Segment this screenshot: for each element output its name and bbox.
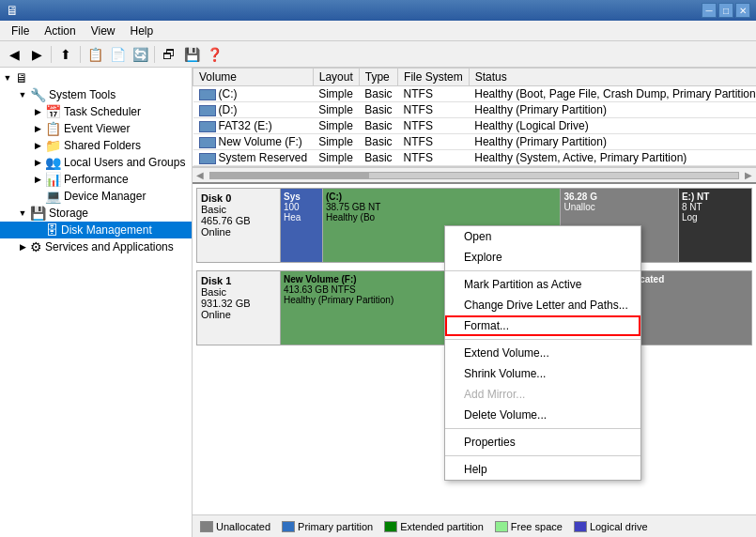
local-users-icon: 👥 bbox=[45, 155, 61, 170]
disk-management-label: Disk Management bbox=[61, 223, 152, 237]
cell-status: Healthy (Boot, Page File, Crash Dump, Pr… bbox=[469, 86, 756, 102]
sidebar-item-local-users[interactable]: ▶ 👥 Local Users and Groups bbox=[0, 154, 192, 171]
expand-storage[interactable]: ▼ bbox=[15, 208, 30, 218]
forward-button[interactable]: ▶ bbox=[26, 44, 47, 65]
sidebar[interactable]: ▼ 🖥 ▼ 🔧 System Tools ▶ 📅 Task Scheduler … bbox=[0, 68, 193, 537]
cell-layout: Simple bbox=[313, 134, 359, 150]
up-button[interactable]: ⬆ bbox=[55, 44, 76, 65]
legend-unallocated: Unallocated bbox=[200, 521, 270, 532]
partition-detail: Healthy (Bo bbox=[326, 212, 557, 222]
sidebar-item-device-manager[interactable]: 💻 Device Manager bbox=[0, 188, 192, 205]
services-icon: ⚙ bbox=[30, 239, 42, 254]
expand-root[interactable]: ▼ bbox=[0, 73, 15, 83]
shared-folders-icon: 📁 bbox=[45, 138, 61, 153]
table-row[interactable]: (C:) Simple Basic NTFS Healthy (Boot, Pa… bbox=[193, 86, 757, 102]
partition-3[interactable]: E:) NT 8 NT Log bbox=[679, 189, 751, 262]
main-container: ▼ 🖥 ▼ 🔧 System Tools ▶ 📅 Task Scheduler … bbox=[0, 68, 756, 537]
expand-local-users[interactable]: ▶ bbox=[30, 158, 45, 167]
table-row[interactable]: System Reserved Simple Basic NTFS Health… bbox=[193, 150, 757, 166]
cell-volume: FAT32 (E:) bbox=[193, 118, 314, 134]
expand-event-viewer[interactable]: ▶ bbox=[30, 124, 45, 133]
minimize-button[interactable]: ─ bbox=[702, 3, 717, 18]
legend-label-extended: Extended partition bbox=[400, 521, 484, 532]
sidebar-item-performance[interactable]: ▶ 📊 Performance bbox=[0, 171, 192, 188]
sidebar-item-services[interactable]: ▶ ⚙ Services and Applications bbox=[0, 238, 192, 255]
sidebar-item-shared-folders[interactable]: ▶ 📁 Shared Folders bbox=[0, 137, 192, 154]
sidebar-item-system-tools[interactable]: ▼ 🔧 System Tools bbox=[0, 86, 192, 103]
maximize-button[interactable]: □ bbox=[718, 3, 733, 18]
help-button[interactable]: ❓ bbox=[204, 44, 224, 65]
device-manager-icon: 💻 bbox=[45, 189, 61, 204]
new-window-button[interactable]: 🗗 bbox=[159, 44, 179, 65]
toolbar-separator-2 bbox=[80, 46, 81, 63]
sidebar-root-item[interactable]: ▼ 🖥 bbox=[0, 69, 192, 86]
partition-sublabel: 100 bbox=[284, 202, 319, 212]
cell-volume: (C:) bbox=[193, 86, 314, 102]
context-menu-item-properties[interactable]: Properties bbox=[445, 432, 640, 453]
legend-label-free: Free space bbox=[511, 521, 563, 532]
table-row[interactable]: (D:) Simple Basic NTFS Healthy (Primary … bbox=[193, 102, 757, 118]
disk-table-scroll[interactable]: Volume Layout Type File System Status C … bbox=[193, 68, 756, 167]
context-menu-item-explore[interactable]: Explore bbox=[445, 247, 640, 268]
sidebar-item-disk-management[interactable]: 🗄 Disk Management bbox=[0, 222, 192, 238]
back-button[interactable]: ◀ bbox=[4, 44, 24, 65]
col-type[interactable]: Type bbox=[359, 69, 397, 86]
partition-label: E:) NT bbox=[682, 192, 748, 202]
col-volume[interactable]: Volume bbox=[193, 69, 314, 86]
context-menu-separator bbox=[445, 428, 640, 429]
window-controls[interactable]: ─ □ ✕ bbox=[702, 3, 750, 18]
disk-name: Disk 1 bbox=[201, 275, 276, 286]
expand-task-scheduler[interactable]: ▶ bbox=[30, 107, 45, 116]
close-button[interactable]: ✕ bbox=[735, 3, 750, 18]
refresh-button[interactable]: 🔄 bbox=[130, 44, 150, 65]
expand-services[interactable]: ▶ bbox=[15, 242, 30, 252]
legend-label-primary: Primary partition bbox=[298, 521, 373, 532]
context-menu-separator bbox=[445, 339, 640, 340]
context-menu-item-delete-volume---[interactable]: Delete Volume... bbox=[445, 405, 640, 425]
partition-0[interactable]: Sys 100 Hea bbox=[281, 189, 323, 262]
sidebar-item-storage[interactable]: ▼ 💾 Storage bbox=[0, 205, 192, 222]
table-row[interactable]: New Volume (F:) Simple Basic NTFS Health… bbox=[193, 134, 757, 150]
legend-free: Free space bbox=[495, 521, 563, 532]
properties-button[interactable]: 📄 bbox=[107, 44, 128, 65]
legend-extended: Extended partition bbox=[384, 521, 484, 532]
context-menu-item-format---[interactable]: Format... bbox=[445, 315, 640, 336]
title-bar: 🖥 ─ □ ✕ bbox=[0, 0, 756, 21]
col-filesystem[interactable]: File System bbox=[398, 69, 470, 86]
toolbar-separator-1 bbox=[51, 46, 52, 63]
partition-label: (C:) bbox=[326, 192, 557, 202]
context-menu-item-mark-partition-as-active[interactable]: Mark Partition as Active bbox=[445, 274, 640, 295]
menu-action[interactable]: Action bbox=[37, 21, 83, 41]
context-menu-item-open[interactable]: Open bbox=[445, 226, 640, 247]
export-button[interactable]: 💾 bbox=[181, 44, 202, 65]
expand-performance[interactable]: ▶ bbox=[30, 175, 45, 184]
context-menu-item-change-drive-letter-and-paths---[interactable]: Change Drive Letter and Paths... bbox=[445, 295, 640, 315]
performance-label: Performance bbox=[64, 173, 129, 186]
menu-help[interactable]: Help bbox=[123, 21, 162, 41]
cell-type: Basic bbox=[359, 118, 397, 134]
menu-file[interactable]: File bbox=[4, 21, 37, 41]
partition-label: 36.28 G bbox=[563, 192, 675, 202]
sidebar-item-event-viewer[interactable]: ▶ 📋 Event Viewer bbox=[0, 120, 192, 137]
system-tools-label: System Tools bbox=[49, 88, 116, 101]
event-viewer-icon: 📋 bbox=[45, 121, 61, 136]
task-scheduler-icon: 📅 bbox=[45, 104, 61, 119]
context-menu-item-shrink-volume---[interactable]: Shrink Volume... bbox=[445, 363, 640, 384]
context-menu-item-help[interactable]: Help bbox=[445, 459, 640, 480]
expand-system-tools[interactable]: ▼ bbox=[15, 90, 30, 100]
col-layout[interactable]: Layout bbox=[313, 69, 359, 86]
show-hide-button[interactable]: 📋 bbox=[85, 44, 105, 65]
sidebar-item-task-scheduler[interactable]: ▶ 📅 Task Scheduler bbox=[0, 103, 192, 120]
horizontal-scrollbar[interactable]: ◀ ▶ bbox=[193, 167, 756, 182]
table-row[interactable]: FAT32 (E:) Simple Basic NTFS Healthy (Lo… bbox=[193, 118, 757, 134]
cell-status: Healthy (System, Active, Primary Partiti… bbox=[469, 150, 756, 166]
partition-sublabel: 8 NT bbox=[682, 202, 748, 212]
menu-view[interactable]: View bbox=[84, 21, 123, 41]
context-menu-item-extend-volume---[interactable]: Extend Volume... bbox=[445, 343, 640, 363]
cell-type: Basic bbox=[359, 102, 397, 118]
legend: Unallocated Primary partition Extended p… bbox=[193, 514, 756, 537]
col-status[interactable]: Status bbox=[469, 69, 756, 86]
legend-box-logical bbox=[574, 521, 587, 532]
expand-shared-folders[interactable]: ▶ bbox=[30, 141, 45, 150]
legend-label-unallocated: Unallocated bbox=[216, 521, 270, 532]
